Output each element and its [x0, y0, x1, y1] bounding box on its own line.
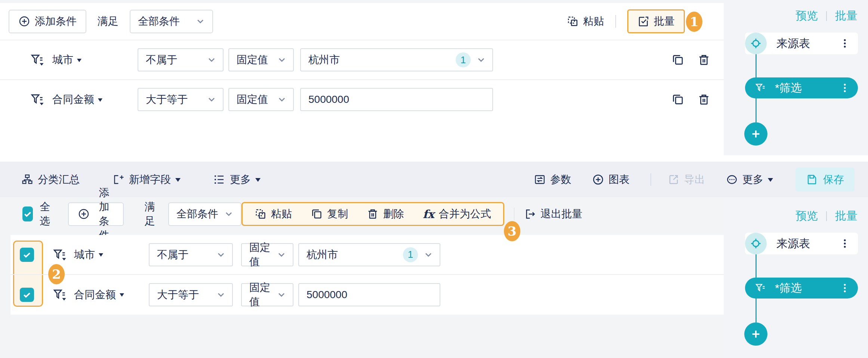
field-selector[interactable]: 合同金额	[52, 92, 138, 107]
satisfy-label: 满足	[145, 200, 158, 228]
circle-plus-icon	[592, 174, 604, 186]
operator-select[interactable]: 不属于	[149, 243, 233, 266]
main-toolbar: 分类汇总 新增字段 更多 参数 图表	[0, 162, 868, 197]
annotation-2: 2	[48, 264, 65, 284]
flow-sidebar-bottom: 预览 批量 来源表 *筛选	[724, 197, 868, 358]
condition-row-city: 城市 不属于 固定值	[10, 235, 724, 274]
more-left-button[interactable]: 更多	[213, 172, 261, 187]
flow-connector	[755, 98, 757, 122]
kebab-menu-icon[interactable]	[839, 38, 850, 49]
operator-select[interactable]: 不属于	[138, 48, 224, 71]
add-field-label: 新增字段	[129, 172, 171, 187]
batch-button[interactable]: 批量	[627, 9, 685, 33]
batch-label: 批量	[654, 14, 675, 28]
kebab-menu-icon[interactable]	[839, 238, 850, 249]
field-selector[interactable]: 城市	[52, 53, 138, 67]
row-checkbox-cell	[10, 288, 43, 302]
add-condition-button[interactable]: 添加条件	[9, 10, 86, 33]
filter-condition-icon	[52, 288, 67, 302]
field-selector[interactable]: 城市	[74, 248, 149, 262]
copy-icon[interactable]	[671, 93, 684, 106]
value-type-select[interactable]: 固定值	[241, 283, 293, 306]
value-input[interactable]: 5000000	[300, 88, 493, 111]
add-node-button[interactable]	[744, 322, 767, 346]
row-checkbox[interactable]	[20, 248, 34, 262]
paste-button[interactable]: 粘贴	[255, 207, 292, 221]
export-icon	[668, 174, 680, 186]
params-button[interactable]: 参数	[534, 172, 571, 187]
merge-formula-button[interactable]: fx 合并为公式	[423, 207, 491, 221]
match-mode-select[interactable]: 全部条件	[130, 10, 213, 33]
operator-select[interactable]: 大于等于	[138, 88, 224, 111]
caret-down-icon	[175, 178, 181, 184]
list-icon	[213, 174, 225, 186]
filter-node[interactable]: *筛选	[745, 77, 858, 98]
batch-button-wrap: 批量 1	[627, 9, 685, 33]
target-icon	[745, 233, 767, 254]
value-type-select[interactable]: 固定值	[241, 243, 293, 266]
value-type-value: 固定值	[249, 281, 276, 309]
batch-conditions-card: 2 城市 不属于	[10, 235, 724, 315]
field-selector[interactable]: 合同金额	[74, 288, 149, 302]
value-type-value: 固定值	[249, 241, 276, 269]
value-type-select[interactable]: 固定值	[228, 88, 294, 111]
copy-icon[interactable]	[671, 53, 684, 66]
value-select[interactable]: 杭州市 1	[300, 48, 493, 71]
add-field-button[interactable]: 新增字段	[113, 172, 181, 187]
value-type-select[interactable]: 固定值	[228, 48, 294, 71]
kebab-menu-icon[interactable]	[839, 282, 850, 294]
source-table-label: 来源表	[767, 236, 839, 251]
copy-label: 复制	[327, 207, 348, 221]
paste-button[interactable]: 粘贴	[567, 14, 604, 28]
value-select[interactable]: 杭州市 1	[298, 243, 440, 266]
kebab-menu-icon[interactable]	[839, 82, 850, 94]
caret-down-icon	[99, 253, 103, 259]
save-label: 保存	[823, 172, 844, 187]
batch-link[interactable]: 批量	[835, 208, 858, 224]
chart-button[interactable]: 图表	[592, 172, 630, 187]
select-all-checkbox[interactable]: 全选	[22, 200, 55, 228]
source-table-node[interactable]: 来源表	[745, 233, 858, 254]
filter-condition-icon	[30, 53, 44, 67]
value-text: 杭州市	[307, 248, 338, 262]
source-table-node[interactable]: 来源表	[745, 33, 858, 54]
caret-down-icon	[768, 178, 773, 184]
fx-icon: fx	[423, 208, 434, 221]
exit-batch-button[interactable]: 退出批量	[524, 207, 582, 221]
preview-link[interactable]: 预览	[795, 8, 818, 24]
caret-down-icon	[120, 293, 124, 299]
chevron-down-icon	[276, 290, 287, 300]
delete-icon[interactable]	[698, 93, 710, 106]
row-actions	[671, 53, 724, 66]
paste-label: 粘贴	[583, 14, 604, 28]
delete-icon[interactable]	[698, 53, 710, 66]
bottom-section: 全选 添加条件 满足 全部条件	[0, 197, 868, 358]
satisfy-label: 满足	[98, 14, 118, 28]
match-mode-value: 全部条件	[176, 207, 218, 221]
copy-button[interactable]: 复制	[311, 207, 348, 221]
more-right-label: 更多	[742, 172, 763, 187]
group-summary-button[interactable]: 分类汇总	[21, 172, 80, 187]
add-node-button[interactable]	[744, 122, 767, 146]
save-button[interactable]: 保存	[795, 168, 855, 192]
selected-count-badge: 1	[403, 247, 418, 262]
select-all-label: 全选	[40, 200, 55, 228]
batch-check-icon	[637, 15, 649, 27]
value-input[interactable]: 5000000	[298, 283, 440, 306]
source-table-label: 来源表	[767, 36, 839, 51]
add-condition-button[interactable]: 添加条件	[68, 202, 124, 226]
group-summary-label: 分类汇总	[38, 172, 80, 187]
batch-link[interactable]: 批量	[835, 8, 858, 24]
sidebar-links: 预览 批量	[724, 197, 868, 224]
field-label: 合同金额	[74, 288, 116, 302]
row-checkbox[interactable]	[20, 288, 34, 302]
preview-link[interactable]: 预览	[795, 208, 818, 224]
more-right-button[interactable]: 更多	[726, 172, 773, 187]
export-button[interactable]: 导出	[668, 172, 705, 187]
chevron-down-icon	[276, 250, 287, 260]
caret-down-icon	[255, 178, 261, 184]
operator-select[interactable]: 大于等于	[149, 283, 233, 306]
delete-button[interactable]: 删除	[367, 207, 404, 221]
filter-node[interactable]: *筛选	[745, 278, 858, 299]
match-mode-select[interactable]: 全部条件	[168, 202, 241, 226]
